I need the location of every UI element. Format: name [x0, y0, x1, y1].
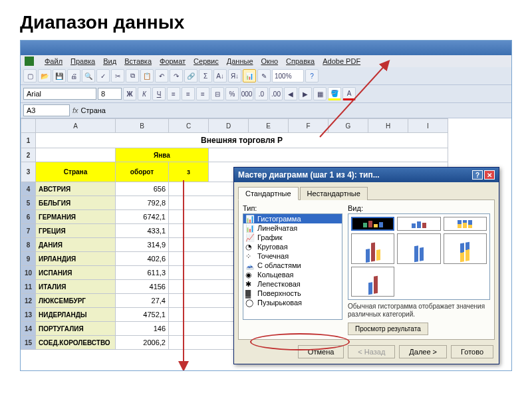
- open-icon[interactable]: 📂: [38, 69, 51, 82]
- back-button[interactable]: < Назад: [348, 345, 395, 358]
- fontcolor-icon[interactable]: A: [342, 87, 356, 100]
- subtype-3[interactable]: [444, 217, 487, 231]
- align-right-icon[interactable]: ≡: [196, 87, 209, 100]
- row-15[interactable]: 15: [21, 336, 36, 350]
- undo-icon[interactable]: ↶: [155, 69, 168, 82]
- chart-type-item[interactable]: ⁘Точечная: [243, 251, 342, 261]
- subtype-4[interactable]: [351, 233, 394, 265]
- row-9[interactable]: 9: [21, 252, 36, 266]
- spell-icon[interactable]: ✓: [96, 69, 110, 82]
- menu-data[interactable]: Данные: [227, 57, 253, 65]
- col-E[interactable]: E: [249, 119, 289, 133]
- align-left-icon[interactable]: ≡: [167, 87, 180, 100]
- print-icon[interactable]: 🖨: [67, 69, 80, 82]
- cell-value[interactable]: 314,9: [116, 238, 169, 252]
- cell-country[interactable]: ГРЕЦИЯ: [36, 224, 116, 238]
- row-4[interactable]: 4: [21, 182, 36, 196]
- zoom-field[interactable]: 100%: [272, 69, 304, 82]
- subtype-5[interactable]: [397, 233, 440, 265]
- dialog-titlebar[interactable]: Мастер диаграмм (шаг 1 из 4): тип... ? ✕: [234, 168, 499, 182]
- cell-country[interactable]: БЕЛЬГИЯ: [36, 196, 116, 210]
- sort-asc-icon[interactable]: A↓: [213, 69, 227, 82]
- size-selector[interactable]: 8: [98, 88, 122, 100]
- fillcolor-icon[interactable]: 🪣: [328, 87, 341, 100]
- select-all-corner[interactable]: [21, 119, 36, 133]
- row-14[interactable]: 14: [21, 322, 36, 336]
- chart-type-item[interactable]: 📊Гистограмма: [243, 214, 342, 223]
- col-G[interactable]: G: [329, 119, 368, 133]
- cell-value[interactable]: 27,4: [116, 294, 169, 308]
- cell-value[interactable]: 792,8: [116, 196, 169, 210]
- col-B[interactable]: B: [116, 119, 169, 133]
- col-C[interactable]: C: [169, 119, 209, 133]
- cell-value[interactable]: 2006,2: [116, 336, 169, 350]
- chart-type-item[interactable]: ▓Поверхность: [243, 289, 342, 298]
- font-selector[interactable]: Arial: [23, 88, 96, 100]
- col-A[interactable]: A: [36, 119, 116, 133]
- finish-button[interactable]: Готово: [451, 345, 493, 358]
- row-8[interactable]: 8: [21, 238, 36, 252]
- chart-type-item[interactable]: 🗻С областями: [243, 261, 342, 270]
- menu-file[interactable]: Файл: [45, 57, 63, 65]
- tab-standard[interactable]: Стандартные: [238, 187, 299, 200]
- save-icon[interactable]: 💾: [53, 69, 66, 82]
- cell-value[interactable]: 6742,1: [116, 210, 169, 224]
- row-13[interactable]: 13: [21, 308, 36, 322]
- cell-country[interactable]: АВСТРИЯ: [36, 182, 116, 196]
- cell-country[interactable]: ИРЛАНДИЯ: [36, 252, 116, 266]
- cell-country[interactable]: НИДЕРЛАНДЫ: [36, 308, 116, 322]
- tab-custom[interactable]: Нестандартные: [300, 187, 368, 200]
- cell-country[interactable]: ЛЮКСЕМБУРГ: [36, 294, 116, 308]
- indent-inc-icon[interactable]: ▶: [299, 87, 312, 100]
- currency-icon[interactable]: %: [225, 87, 239, 100]
- cut-icon[interactable]: ✂: [111, 69, 124, 82]
- cell-country[interactable]: ГЕРМАНИЯ: [36, 210, 116, 224]
- sort-desc-icon[interactable]: Я↓: [228, 69, 241, 82]
- menu-insert[interactable]: Вставка: [124, 57, 152, 65]
- preview-icon[interactable]: 🔍: [82, 69, 95, 82]
- row-10[interactable]: 10: [21, 266, 36, 280]
- link-icon[interactable]: 🔗: [184, 69, 198, 82]
- cell-country[interactable]: ПОРТУГАЛИЯ: [36, 322, 116, 336]
- redo-icon[interactable]: ↷: [170, 69, 183, 82]
- chart-type-item[interactable]: ✱Лепестковая: [243, 279, 342, 289]
- row-11[interactable]: 11: [21, 280, 36, 294]
- chart-wizard-icon[interactable]: 📊: [243, 69, 256, 82]
- subtype-1[interactable]: [351, 217, 394, 231]
- menu-help[interactable]: Справка: [286, 57, 315, 65]
- cell-value[interactable]: 433,1: [116, 224, 169, 238]
- inc-decimal-icon[interactable]: .0: [255, 87, 268, 100]
- dec-decimal-icon[interactable]: .00: [269, 87, 283, 100]
- col-D[interactable]: D: [209, 119, 249, 133]
- comma-icon[interactable]: 000: [240, 87, 253, 100]
- col-I[interactable]: I: [408, 119, 448, 133]
- copy-icon[interactable]: ⧉: [126, 69, 139, 82]
- indent-dec-icon[interactable]: ◀: [284, 87, 297, 100]
- dialog-close-icon[interactable]: ✕: [484, 170, 495, 180]
- help-icon[interactable]: ?: [305, 69, 319, 82]
- fx-icon[interactable]: fx: [72, 106, 78, 114]
- cell-value[interactable]: 611,3: [116, 266, 169, 280]
- cell-country[interactable]: ДАНИЯ: [36, 238, 116, 252]
- bold-button[interactable]: Ж: [123, 87, 136, 100]
- cell-value[interactable]: 656: [116, 182, 169, 196]
- col-F[interactable]: F: [289, 119, 329, 133]
- italic-button[interactable]: К: [138, 87, 151, 100]
- chart-type-item[interactable]: ◯Пузырьковая: [243, 298, 342, 307]
- chart-type-item[interactable]: 📊Линейчатая: [243, 223, 342, 233]
- cell-country[interactable]: ИСПАНИЯ: [36, 266, 116, 280]
- row-6[interactable]: 6: [21, 210, 36, 224]
- subtype-2[interactable]: [397, 217, 440, 231]
- next-button[interactable]: Далее >: [399, 345, 447, 358]
- row-1[interactable]: 1: [21, 133, 36, 148]
- cell-value[interactable]: 146: [116, 322, 169, 336]
- menu-window[interactable]: Окно: [261, 57, 279, 65]
- formula-field[interactable]: Страна: [81, 106, 106, 114]
- menu-format[interactable]: Формат: [160, 57, 186, 65]
- menu-tools[interactable]: Сервис: [194, 57, 219, 65]
- chart-type-list[interactable]: 📊Гистограмма📊Линейчатая📈График◔Круговая⁘…: [243, 213, 342, 320]
- drawing-icon[interactable]: ✎: [257, 69, 271, 82]
- menu-edit[interactable]: Правка: [70, 57, 95, 65]
- subtype-6[interactable]: [444, 233, 487, 265]
- paste-icon[interactable]: 📋: [140, 69, 154, 82]
